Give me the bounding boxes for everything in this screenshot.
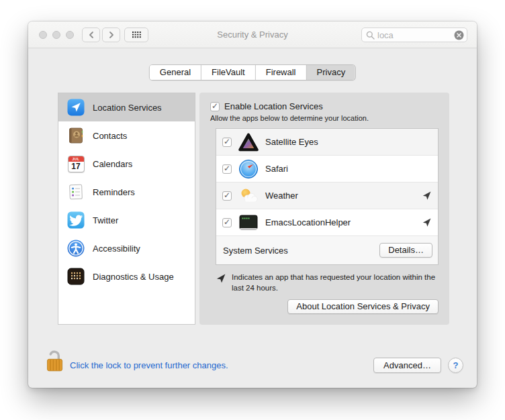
tab-general[interactable]: General xyxy=(150,65,201,80)
system-services-row: System Services Details… xyxy=(216,236,438,264)
satellite-eyes-icon xyxy=(238,132,259,152)
help-button[interactable]: ? xyxy=(448,358,463,373)
traffic-lights xyxy=(39,31,74,39)
recent-location-arrow-icon xyxy=(422,191,431,200)
sidebar-item-label: Contacts xyxy=(93,131,127,141)
sidebar-item-twitter[interactable]: Twitter xyxy=(58,206,195,234)
accessibility-icon xyxy=(67,240,85,257)
safari-icon xyxy=(238,159,259,179)
grid-icon xyxy=(132,32,141,38)
security-privacy-window: Security & Privacy General FileVault xyxy=(28,21,477,388)
chevron-right-icon xyxy=(108,31,115,39)
enable-location-checkbox[interactable] xyxy=(210,102,220,111)
advanced-button[interactable]: Advanced… xyxy=(373,358,441,373)
search-icon xyxy=(366,31,375,40)
close-button[interactable] xyxy=(39,31,47,39)
close-icon xyxy=(454,30,464,40)
location-services-pane: Enable Location Services Allow the apps … xyxy=(199,93,449,325)
app-row-safari: Safari xyxy=(216,156,438,182)
sidebar-item-contacts[interactable]: Contacts xyxy=(58,121,195,150)
tab-bar: General FileVault Firewall Privacy xyxy=(149,64,356,81)
enable-location-label: Enable Location Services xyxy=(224,101,323,111)
app-name: Safari xyxy=(265,164,431,174)
tab-privacy[interactable]: Privacy xyxy=(306,65,356,80)
zoom-button[interactable] xyxy=(66,31,74,39)
recent-location-arrow-icon xyxy=(422,218,431,227)
app-name: EmacsLocationHelper xyxy=(265,217,416,227)
app-row-weather: Weather xyxy=(216,182,438,209)
sidebar-item-label: Location Services xyxy=(93,103,162,113)
app-row-emacslocationhelper: EmacsLocationHelper xyxy=(216,209,438,236)
location-arrow-icon xyxy=(216,274,226,293)
privacy-sidebar: Location Services Contacts xyxy=(58,93,195,325)
details-button[interactable]: Details… xyxy=(379,243,432,258)
sidebar-item-label: Diagnostics & Usage xyxy=(93,272,174,282)
show-all-button[interactable] xyxy=(124,28,148,42)
tab-firewall[interactable]: Firewall xyxy=(255,65,306,80)
reminders-icon xyxy=(67,183,85,201)
app-name: Weather xyxy=(265,191,416,201)
calendar-day-label: 17 xyxy=(68,162,84,172)
calendar-month-label: JUL xyxy=(68,156,84,162)
sidebar-item-diagnostics[interactable]: Diagnostics & Usage xyxy=(58,262,195,291)
contacts-icon xyxy=(67,127,85,144)
sidebar-item-label: Reminders xyxy=(93,187,135,197)
sidebar-item-label: Calendars xyxy=(93,159,132,169)
lock-message[interactable]: Click the lock to prevent further change… xyxy=(70,360,228,370)
sidebar-item-label: Twitter xyxy=(93,215,118,225)
pane-subtitle: Allow the apps below to determine your l… xyxy=(210,114,439,122)
tab-filevault[interactable]: FileVault xyxy=(201,65,255,80)
recent-location-note: Indicates an app that has requested your… xyxy=(216,272,445,293)
desktop: Security & Privacy General FileVault xyxy=(0,0,505,420)
weather-icon xyxy=(238,186,259,206)
titlebar[interactable]: Security & Privacy xyxy=(28,21,477,48)
about-location-services-button[interactable]: About Location Services & Privacy xyxy=(287,299,439,314)
app-name: Satellite Eyes xyxy=(265,137,431,147)
system-services-label: System Services xyxy=(223,246,288,256)
window-title: Security & Privacy xyxy=(217,21,287,48)
sidebar-item-reminders[interactable]: Reminders xyxy=(58,178,195,206)
lock-icon[interactable] xyxy=(44,348,64,377)
nav-buttons xyxy=(82,28,120,42)
enable-location-row: Enable Location Services xyxy=(210,101,439,111)
minimize-button[interactable] xyxy=(52,31,60,39)
sidebar-item-label: Accessibility xyxy=(93,244,140,254)
twitter-icon xyxy=(67,211,85,229)
app-row-satellite-eyes: Satellite Eyes xyxy=(216,129,438,156)
back-button[interactable] xyxy=(82,28,100,42)
sidebar-item-accessibility[interactable]: Accessibility xyxy=(58,234,195,262)
satellite-eyes-checkbox[interactable] xyxy=(222,138,232,147)
chevron-left-icon xyxy=(88,31,95,39)
clear-search-button[interactable] xyxy=(454,30,464,40)
emacslocationhelper-checkbox[interactable] xyxy=(222,218,232,227)
note-text: Indicates an app that has requested your… xyxy=(232,272,445,293)
diagnostics-usage-icon xyxy=(67,268,85,285)
search-input[interactable] xyxy=(377,30,451,40)
calendars-icon: JUL 17 xyxy=(67,155,85,172)
sidebar-item-location-services[interactable]: Location Services xyxy=(58,93,195,121)
app-list: Satellite Eyes Safari xyxy=(216,128,439,265)
safari-checkbox[interactable] xyxy=(222,164,232,174)
weather-checkbox[interactable] xyxy=(222,191,232,201)
emacslocationhelper-icon xyxy=(238,213,259,233)
location-services-icon xyxy=(67,99,85,116)
search-field[interactable] xyxy=(361,28,467,42)
sidebar-item-calendars[interactable]: JUL 17 Calendars xyxy=(58,150,195,178)
forward-button[interactable] xyxy=(102,28,120,42)
